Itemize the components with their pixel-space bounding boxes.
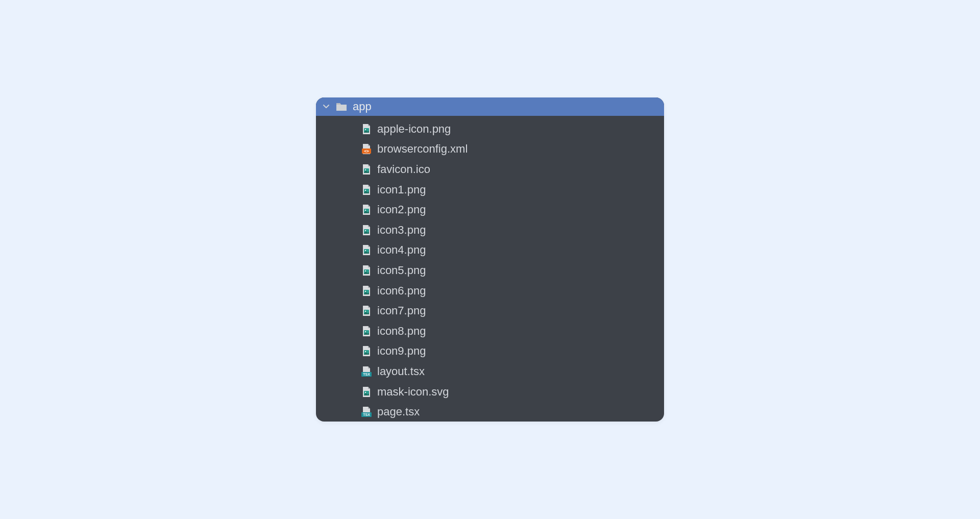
file-row[interactable]: icon1.png — [316, 180, 664, 200]
file-row[interactable]: icon5.png — [316, 260, 664, 281]
image-file-icon — [361, 326, 372, 337]
folder-label: app — [353, 100, 372, 113]
file-label: favicon.ico — [377, 163, 430, 176]
file-row[interactable]: mask-icon.svg — [316, 382, 664, 402]
image-file-icon — [361, 285, 372, 296]
file-label: browserconfig.xml — [377, 142, 468, 156]
file-row[interactable]: icon2.png — [316, 200, 664, 220]
file-row[interactable]: icon4.png — [316, 240, 664, 261]
tsx-file-icon — [361, 366, 372, 377]
file-row[interactable]: page.tsx — [316, 402, 664, 422]
image-file-icon — [361, 164, 372, 175]
tsx-file-icon — [361, 406, 372, 417]
file-row[interactable]: icon8.png — [316, 321, 664, 341]
image-file-icon — [361, 244, 372, 256]
file-label: mask-icon.svg — [377, 385, 449, 399]
chevron-down-icon — [322, 103, 330, 111]
file-label: icon7.png — [377, 304, 426, 317]
file-label: icon2.png — [377, 203, 426, 216]
image-file-icon — [361, 184, 372, 195]
file-row[interactable]: icon7.png — [316, 301, 664, 321]
file-label: icon4.png — [377, 243, 426, 257]
image-file-icon — [361, 123, 372, 135]
image-file-icon — [361, 305, 372, 316]
file-row[interactable]: icon3.png — [316, 220, 664, 240]
image-file-icon — [361, 265, 372, 276]
folder-row-app[interactable]: app — [316, 97, 664, 116]
file-list: apple-icon.pngbrowserconfig.xmlfavicon.i… — [316, 116, 664, 422]
file-explorer-panel: app apple-icon.pngbrowserconfig.xmlfavic… — [316, 97, 664, 422]
file-label: icon8.png — [377, 325, 426, 338]
file-label: icon9.png — [377, 344, 426, 358]
image-file-icon — [361, 345, 372, 357]
file-row[interactable]: icon6.png — [316, 281, 664, 301]
file-label: apple-icon.png — [377, 122, 451, 136]
file-label: icon5.png — [377, 264, 426, 277]
image-file-icon — [361, 204, 372, 215]
file-label: icon1.png — [377, 183, 426, 196]
file-row[interactable]: browserconfig.xml — [316, 139, 664, 160]
file-row[interactable]: apple-icon.png — [316, 119, 664, 139]
file-row[interactable]: favicon.ico — [316, 159, 664, 180]
image-file-icon — [361, 386, 372, 398]
file-label: icon6.png — [377, 284, 426, 298]
file-label: page.tsx — [377, 405, 420, 418]
xml-file-icon — [361, 143, 372, 155]
file-row[interactable]: icon9.png — [316, 341, 664, 362]
file-label: icon3.png — [377, 224, 426, 237]
folder-icon — [335, 101, 348, 112]
file-row[interactable]: layout.tsx — [316, 361, 664, 382]
image-file-icon — [361, 225, 372, 236]
file-label: layout.tsx — [377, 365, 425, 378]
